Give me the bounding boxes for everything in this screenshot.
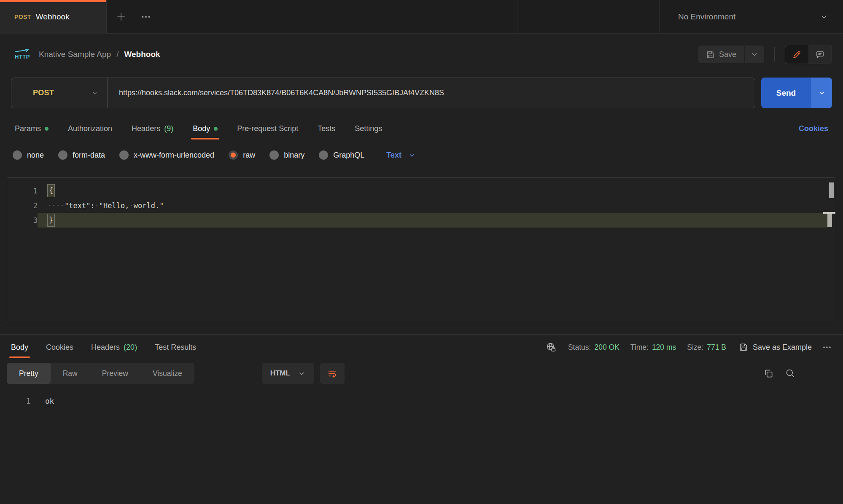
cookies-link[interactable]: Cookies — [799, 124, 828, 133]
response-format-selector[interactable]: HTML — [262, 363, 314, 384]
raw-language-label: Text — [386, 151, 401, 160]
response-line: 1 ok — [0, 394, 843, 408]
new-tab-button[interactable] — [110, 0, 132, 34]
wrap-text-icon — [327, 368, 337, 379]
response-body: 1 ok — [0, 385, 843, 408]
status-label: Status: — [568, 343, 591, 352]
response-tab-body-label: Body — [11, 343, 28, 352]
editor-active-line[interactable]: } — [38, 213, 827, 228]
body-mode-binary[interactable]: binary — [269, 150, 304, 160]
chevron-down-icon — [750, 50, 759, 59]
editor-line-content[interactable]: { — [38, 183, 827, 198]
chevron-down-icon — [408, 152, 415, 159]
response-tab-headers-label: Headers — [91, 343, 120, 352]
comment-button[interactable] — [808, 45, 832, 64]
response-line-content: ok — [30, 394, 834, 408]
time-label: Time: — [630, 343, 649, 352]
three-dots-icon — [822, 342, 832, 352]
environment-selector[interactable]: No Environment — [660, 0, 843, 34]
save-options-button[interactable] — [745, 46, 764, 63]
protocol-label: HTTP — [15, 54, 30, 60]
tab-pre-request-script[interactable]: Pre-request Script — [237, 118, 298, 139]
response-headers-count: (20) — [124, 343, 137, 352]
active-tab-indicator — [191, 138, 219, 139]
editor-scrollbar-thumb[interactable] — [829, 182, 834, 198]
tab-tests[interactable]: Tests — [318, 118, 335, 139]
save-as-example-label: Save as Example — [753, 343, 812, 352]
comment-icon — [815, 50, 825, 59]
params-active-dot — [45, 127, 48, 131]
editor-line: 3 } — [7, 213, 836, 228]
breadcrumb-request-name[interactable]: Webhook — [124, 50, 160, 59]
save-as-example-button[interactable]: Save as Example — [739, 343, 812, 352]
tab-pre-request-label: Pre-request Script — [237, 124, 298, 133]
request-body-editor[interactable]: 1 { 2 ····"text":·"Hello,·world." 3 } — [7, 177, 836, 323]
view-preview-button[interactable]: Preview — [90, 363, 140, 384]
chevron-down-icon — [91, 89, 99, 97]
status-pair: Status: 200 OK — [568, 343, 619, 352]
plus-icon — [116, 11, 127, 22]
tab-bar: POST Webhook No Environment — [0, 0, 843, 34]
send-button[interactable]: Send — [761, 78, 811, 108]
response-tab-test-results-label: Test Results — [155, 343, 196, 352]
size-label: Size: — [687, 343, 703, 352]
wrap-lines-button[interactable] — [320, 363, 345, 384]
globe-lock-icon[interactable] — [546, 342, 557, 353]
postman-app: { "colors": { "accent_orange": "#ff6c37"… — [0, 0, 843, 504]
url-input[interactable]: https://hooks.slack.com/services/T06TD83… — [108, 88, 444, 97]
view-raw-button[interactable]: Raw — [51, 363, 90, 384]
tab-settings-label: Settings — [355, 124, 382, 133]
raw-language-selector[interactable]: Text — [386, 151, 415, 160]
url-bar: POST https://hooks.slack.com/services/T0… — [11, 78, 755, 108]
header-divider — [774, 47, 775, 62]
time-value: 120 ms — [652, 343, 676, 352]
copy-icon — [763, 368, 774, 379]
tab-authorization[interactable]: Authorization — [68, 118, 112, 139]
response-tab-test-results[interactable]: Test Results — [155, 336, 196, 358]
tab-options-button[interactable] — [135, 0, 157, 34]
radio-icon — [13, 150, 22, 160]
three-dots-icon — [140, 11, 151, 22]
copy-response-button[interactable] — [763, 368, 774, 379]
response-tab-body[interactable]: Body — [11, 336, 28, 358]
save-button[interactable]: Save — [698, 46, 744, 63]
radio-icon — [269, 150, 279, 160]
tab-headers-label: Headers — [132, 124, 160, 133]
editor-line-content[interactable]: ····"text":·"Hello,·world." — [38, 198, 827, 213]
time-pair: Time: 120 ms — [630, 343, 676, 352]
send-options-button[interactable] — [811, 78, 832, 108]
status-value: 200 OK — [594, 343, 619, 352]
view-pretty-button[interactable]: Pretty — [7, 363, 51, 384]
tab-settings[interactable]: Settings — [355, 118, 382, 139]
body-mode-raw[interactable]: raw — [229, 150, 255, 160]
response-tab-cookies[interactable]: Cookies — [46, 336, 73, 358]
tab-headers[interactable]: Headers (9) — [132, 118, 173, 139]
body-mode-none[interactable]: none — [13, 150, 44, 160]
response-tabs: Body Cookies Headers (20) Test Results — [11, 335, 196, 360]
edit-mode-button[interactable] — [785, 45, 808, 64]
search-icon — [785, 368, 796, 379]
body-mode-graphql[interactable]: GraphQL — [319, 150, 364, 160]
chevron-down-icon — [298, 370, 306, 378]
view-visualize-button[interactable]: Visualize — [140, 363, 194, 384]
search-response-button[interactable] — [785, 368, 796, 379]
floppy-disk-icon — [706, 50, 715, 59]
editor-mode-toggle — [785, 45, 832, 64]
request-url-row: POST https://hooks.slack.com/services/T0… — [0, 78, 843, 108]
response-section: Body Cookies Headers (20) Test Results S… — [0, 334, 843, 408]
body-mode-urlencoded[interactable]: x-www-form-urlencoded — [119, 150, 214, 160]
response-tab-headers[interactable]: Headers (20) — [91, 336, 137, 358]
tab-body-label: Body — [193, 124, 210, 133]
request-tab[interactable]: POST Webhook — [0, 0, 107, 34]
headers-count: (9) — [164, 124, 173, 133]
tab-params[interactable]: Params — [15, 118, 48, 139]
body-mode-form-data[interactable]: form-data — [58, 150, 105, 160]
response-meta: Status: 200 OK Time: 120 ms Size: 771 B … — [546, 342, 832, 353]
breadcrumb-collection[interactable]: Knative Sample App — [39, 50, 111, 59]
arrow-right-icon — [14, 49, 30, 53]
response-options-button[interactable] — [822, 342, 832, 352]
editor-line: 1 { — [7, 183, 836, 198]
method-selector[interactable]: POST — [11, 78, 107, 108]
tab-body[interactable]: Body — [193, 118, 218, 139]
breadcrumb-separator: / — [116, 50, 119, 59]
